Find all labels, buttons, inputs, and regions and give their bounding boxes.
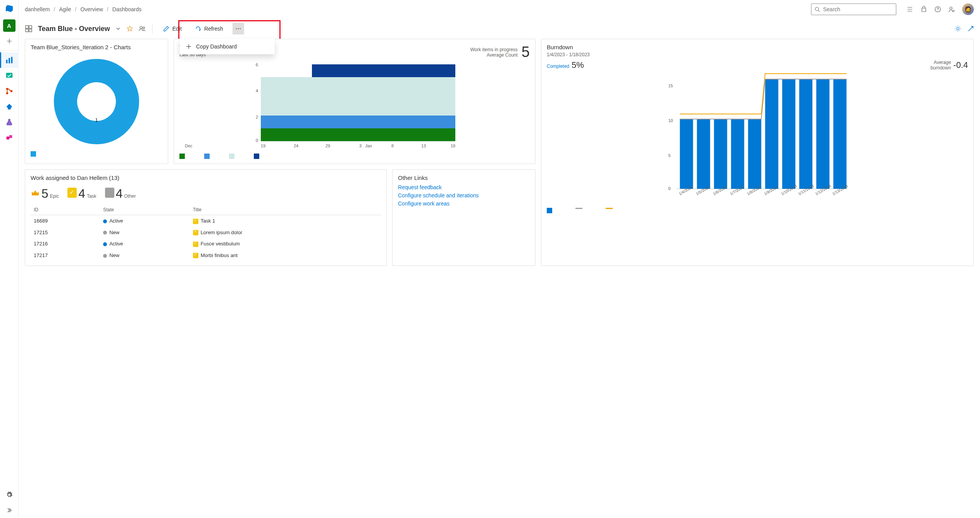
favorite-star-icon[interactable] — [126, 25, 133, 32]
nav-artifacts[interactable] — [0, 130, 19, 145]
svg-point-11 — [937, 10, 938, 11]
burndown-chart-svg: 151050 — [547, 71, 968, 199]
svg-point-9 — [815, 7, 819, 11]
copy-dashboard-item[interactable]: Copy Dashboard — [180, 39, 275, 54]
svg-rect-32 — [312, 64, 455, 77]
svg-rect-17 — [29, 29, 32, 32]
column-header[interactable]: ID — [31, 205, 100, 215]
svg-text:29: 29 — [326, 143, 330, 148]
breadcrumb-area[interactable]: Overview — [81, 6, 103, 12]
svg-text:2: 2 — [256, 115, 258, 119]
breadcrumb-project[interactable]: Agile — [59, 6, 71, 12]
user-avatar[interactable]: 🧔 — [962, 3, 974, 15]
svg-rect-52 — [799, 79, 813, 189]
project-avatar[interactable]: A — [3, 19, 16, 32]
search-icon — [815, 7, 820, 12]
search-input[interactable] — [823, 6, 893, 12]
svg-rect-8 — [9, 135, 12, 138]
global-search[interactable] — [811, 3, 896, 15]
more-actions-button[interactable] — [233, 23, 244, 35]
count-group: ✓4Task — [67, 186, 96, 201]
legend-line — [606, 208, 613, 209]
quick-link[interactable]: Configure work areas — [398, 200, 530, 207]
svg-text:8: 8 — [391, 143, 394, 148]
nav-repos[interactable] — [0, 83, 19, 99]
edit-label: Edit — [172, 26, 182, 32]
breadcrumb-page[interactable]: Dashboards — [112, 6, 142, 12]
svg-point-19 — [143, 27, 145, 29]
widget-subtitle: 1/4/2023 - 1/18/2023 — [547, 52, 968, 57]
avg-burndown-label: burndown — [930, 65, 951, 71]
legend-swatch — [254, 154, 259, 159]
svg-rect-51 — [782, 79, 796, 189]
table-row[interactable]: 17216ActiveFusce vestibulum — [31, 238, 381, 250]
svg-rect-45 — [680, 119, 693, 189]
svg-text:4: 4 — [256, 88, 258, 93]
project-settings-button[interactable] — [0, 487, 19, 502]
svg-rect-0 — [6, 60, 7, 63]
svg-text:5: 5 — [668, 153, 671, 158]
nav-boards[interactable] — [0, 68, 19, 83]
svg-text:3: 3 — [359, 143, 362, 148]
legend-swatch — [229, 154, 234, 159]
column-header[interactable]: Title — [190, 205, 381, 215]
cfd-chart-svg: 6 4 2 0 192429 381318 — [179, 60, 530, 150]
nav-test-plans[interactable] — [0, 114, 19, 130]
edit-button[interactable]: Edit — [159, 24, 186, 33]
donut-chart-widget: Team Blue_Stories_Iteration 2 - Charts 1 — [25, 39, 168, 164]
legend-line — [575, 208, 582, 209]
breadcrumb: danhellem / Agile / Overview / Dashboard… — [25, 6, 141, 12]
list-icon[interactable] — [906, 6, 913, 13]
table-row[interactable]: 16689ActiveTask 1 — [31, 215, 381, 227]
quick-link[interactable]: Request feedback — [398, 184, 530, 190]
svg-text:15: 15 — [668, 83, 673, 88]
count-group: 4Other — [105, 186, 136, 201]
nav-pipelines[interactable] — [0, 99, 19, 114]
help-icon[interactable] — [934, 6, 941, 13]
svg-rect-29 — [261, 116, 455, 128]
svg-text:10: 10 — [668, 118, 673, 123]
completed-value: 5% — [572, 60, 584, 70]
svg-rect-1 — [9, 58, 10, 64]
svg-point-22 — [240, 28, 241, 29]
azure-devops-logo[interactable] — [3, 2, 16, 15]
collapse-nav-button[interactable] — [0, 502, 19, 518]
table-row[interactable]: 17215NewLorem ipsum dolor — [31, 227, 381, 238]
svg-rect-53 — [816, 79, 830, 189]
widget-title: Work assigned to Dan Hellem (13) — [31, 174, 381, 181]
svg-text:18: 18 — [451, 143, 455, 148]
chevron-down-icon[interactable] — [115, 26, 121, 31]
nav-overview[interactable] — [0, 52, 19, 68]
new-item-button[interactable] — [3, 35, 16, 47]
svg-rect-48 — [731, 119, 744, 189]
refresh-button[interactable]: Refresh — [191, 24, 227, 33]
page-header: Team Blue - Overview Edit Refresh — [19, 19, 980, 39]
user-settings-icon[interactable] — [948, 6, 955, 13]
svg-point-12 — [950, 7, 952, 9]
quick-link[interactable]: Configure schedule and iterations — [398, 192, 530, 199]
dashboard-settings-icon[interactable] — [954, 25, 961, 32]
avg-burndown-label: Average — [930, 60, 951, 65]
widget-title: Burndown — [547, 44, 968, 50]
svg-rect-54 — [834, 79, 847, 189]
ellipsis-icon — [235, 26, 241, 32]
breadcrumb-org[interactable]: danhellem — [25, 6, 50, 12]
pencil-icon — [163, 26, 169, 32]
table-row[interactable]: 17217NewMorbi finibus ant — [31, 250, 381, 261]
page-title: Team Blue - Overview — [38, 25, 110, 33]
completed-label: Completed — [547, 64, 569, 69]
top-bar: danhellem / Agile / Overview / Dashboard… — [19, 0, 980, 19]
fullscreen-icon[interactable] — [968, 26, 974, 32]
column-header[interactable]: State — [100, 205, 190, 215]
svg-text:6: 6 — [256, 62, 258, 67]
svg-rect-7 — [6, 136, 9, 139]
legend-swatch — [547, 208, 552, 213]
team-members-icon[interactable] — [139, 25, 146, 32]
svg-rect-16 — [26, 29, 28, 32]
work-assigned-widget: Work assigned to Dan Hellem (13) 5Epic✓4… — [25, 169, 387, 266]
refresh-icon — [195, 26, 201, 32]
legend-swatch — [179, 154, 185, 159]
other-links-widget: Other Links Request feedbackConfigure sc… — [392, 169, 536, 266]
marketplace-icon[interactable] — [920, 6, 927, 13]
legend-swatch — [31, 151, 36, 157]
